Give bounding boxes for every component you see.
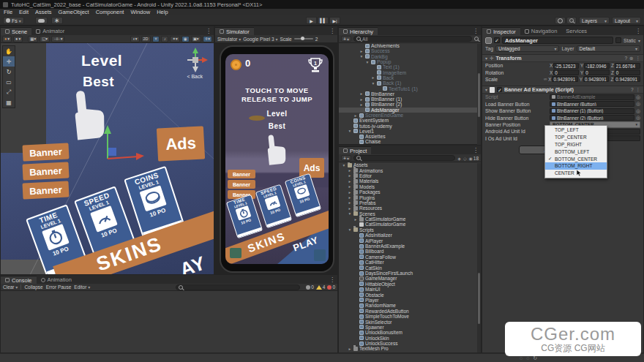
tree-item[interactable]: ▸Packages [339, 189, 481, 195]
menu-edit[interactable]: Edit [19, 9, 29, 15]
tree-item[interactable]: ▸ScreenEndGame [339, 113, 481, 118]
tab-hierarchy[interactable]: Hierarchy [339, 27, 378, 35]
transform-tool[interactable]: ▦ [3, 97, 15, 108]
camera-dropdown[interactable]: ▣▾ [191, 36, 201, 42]
pivot-dropdown[interactable]: ●▾ [13, 36, 23, 42]
2d-toggle[interactable]: 2D [141, 36, 151, 42]
scale-z-field[interactable]: 0.9428091 [614, 76, 640, 82]
hierarchy-search-input[interactable]: All [353, 36, 472, 42]
tree-item[interactable]: CatSimulatorGame [339, 222, 481, 227]
load-banner-field[interactable]: BtnBanner (Button) [550, 101, 634, 107]
show-banner-field[interactable]: BtnBanner (1) (Button) [550, 108, 634, 114]
step-button[interactable]: ▶| [329, 17, 340, 24]
active-checkbox[interactable]: ✓ [494, 37, 500, 43]
draw-mode-dropdown[interactable]: ◐▾ [130, 36, 139, 42]
tree-item[interactable]: Obstacle [339, 292, 481, 297]
tree-item[interactable]: ▾Assets [339, 162, 481, 167]
gizmos-dropdown[interactable]: ✛▾ [203, 36, 212, 42]
tree-item[interactable]: ▸Models [339, 184, 481, 189]
static-dropdown-icon[interactable]: ▾ [638, 38, 640, 43]
tool-handle-dropdown[interactable]: ●▾ [2, 36, 12, 42]
position-x-field[interactable]: -25.12623 [553, 63, 579, 69]
undo-history-button[interactable] [555, 17, 566, 24]
console-search-input[interactable] [176, 284, 300, 290]
tab-project[interactable]: Project [339, 146, 371, 154]
simulator-mode-dropdown[interactable]: Simulator ▾ [217, 37, 241, 42]
tree-item[interactable]: ▾Popup [339, 59, 481, 64]
object-picker-icon[interactable]: ◎ [636, 115, 640, 121]
tab-scene[interactable]: Scene [1, 27, 31, 35]
rotate-tool[interactable]: ↻ [3, 67, 15, 77]
refresh-icon[interactable]: ↻ [533, 355, 537, 361]
tree-item[interactable]: TextTuto1 (1) [339, 86, 481, 91]
tree-item[interactable]: ▸CatSimulatorGame [339, 216, 481, 222]
tree-item[interactable]: ▸Plugins [339, 195, 481, 200]
console-log-area[interactable] [1, 291, 337, 354]
hide-banner-field[interactable]: BtnBanner (2) (Button) [550, 115, 634, 121]
tree-item[interactable]: ▸Back [339, 75, 481, 80]
tree-item[interactable]: ▸Animations [339, 167, 481, 173]
panel-menu-icon[interactable]: ⋮ [473, 28, 479, 34]
component-menu-icon[interactable]: ⋮ [636, 87, 641, 93]
measure-dropdown[interactable]: ⊣⊢▾ [51, 36, 64, 42]
tree-item[interactable]: UnlockSkin [339, 336, 481, 341]
tree-item[interactable]: SkinSelector [339, 319, 481, 324]
scene-orientation-gizmo[interactable] [183, 48, 208, 72]
tree-item[interactable]: ▾Scripts [339, 227, 481, 233]
script-enabled-checkbox[interactable]: ✓ [497, 87, 502, 92]
tree-item[interactable]: ▸BtnBanner (2) [339, 102, 481, 107]
move-tool[interactable]: ✛ [3, 56, 15, 67]
link-scale-icon[interactable]: ∞ [544, 77, 547, 81]
lighting-toggle[interactable]: ☀ [152, 36, 160, 42]
menu-help[interactable]: Help [157, 9, 168, 15]
device-screen[interactable]: 0 1 TOUCH TO MOVE RELEASE TO JUMP Level … [225, 54, 329, 264]
ads-button[interactable]: Ads [157, 126, 205, 161]
scale-slider[interactable] [294, 38, 313, 39]
pause-button[interactable]: ▌▌ [318, 17, 329, 24]
layer-dropdown[interactable]: Default▾ [577, 45, 641, 52]
banner-script-header[interactable]: ▾ ✓ Banner Ad Example (Script) ? ⋮ [482, 86, 643, 94]
error-pause-button[interactable]: Error Pause [46, 284, 72, 290]
tree-item[interactable]: AiPlayer [339, 238, 481, 243]
dropdown-option[interactable]: ✓BOTTOM_CENTER [545, 155, 607, 162]
panel-menu-icon[interactable]: ⋮ [206, 28, 211, 34]
tree-item[interactable]: ▸Success [339, 48, 481, 53]
project-scrollbar[interactable] [477, 163, 481, 352]
tree-item[interactable]: CatSkin [339, 265, 481, 270]
menu-gameobject[interactable]: GameObject [59, 9, 89, 15]
tree-item[interactable]: ▾DarkBg [339, 54, 481, 59]
cache-icon[interactable]: ◌ [526, 355, 529, 361]
label-icon[interactable]: ◇ [463, 156, 467, 161]
menu-component[interactable]: Component [96, 9, 124, 15]
process-icon[interactable]: ◌ [520, 355, 523, 361]
filter-icon[interactable] [474, 37, 479, 41]
tab-animator[interactable]: Animator [31, 27, 69, 35]
tree-item[interactable]: Billboard [339, 249, 481, 254]
tree-item[interactable]: Text (1) [339, 64, 481, 69]
tree-item[interactable]: ▸Editor [339, 173, 481, 178]
banner-button-3[interactable]: Banner [22, 181, 69, 199]
layers-dropdown[interactable]: Layers ▾ [579, 17, 610, 24]
tree-item[interactable]: Player [339, 298, 481, 303]
tag-dropdown[interactable]: Untagged▾ [495, 45, 560, 52]
position-z-field[interactable]: 21.66784 [615, 63, 640, 69]
dropdown-option[interactable]: TOP_CENTER [545, 134, 607, 141]
dropdown-option[interactable]: TOP_RIGHT [545, 141, 607, 148]
transform-header[interactable]: ▾ ✛ Transform ? ⊜ ⋮ [482, 54, 643, 62]
panel-menu-icon[interactable]: ⋮ [329, 28, 335, 34]
tree-item[interactable]: Assiettes [339, 134, 481, 139]
foldout-icon[interactable]: ▾ [485, 56, 487, 61]
dropdown-option[interactable]: BOTTOM_LEFT [545, 148, 607, 155]
object-picker-icon[interactable]: ◎ [636, 101, 640, 107]
tree-item[interactable]: EventSystem [339, 118, 481, 123]
scale-tool[interactable]: ⤢ [3, 87, 15, 97]
tree-item[interactable]: ▸TextMesh Pro [339, 346, 481, 351]
audio-toggle[interactable]: ♪ [161, 36, 168, 42]
gameobject-icon[interactable] [485, 37, 492, 44]
help-icon[interactable]: ? [624, 56, 627, 61]
tree-item[interactable]: CameraFollow [339, 254, 481, 260]
help-icon[interactable]: ? [631, 87, 634, 92]
dropdown-option[interactable]: CENTER [545, 170, 607, 177]
component-menu-icon[interactable]: ⋮ [636, 56, 641, 61]
tree-item[interactable]: RandomName [339, 303, 481, 308]
